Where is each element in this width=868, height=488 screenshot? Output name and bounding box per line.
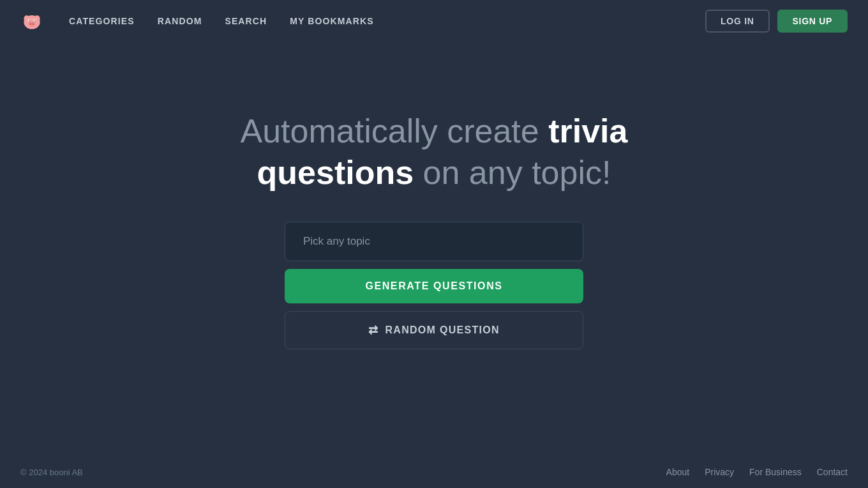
nav-search[interactable]: SEARCH xyxy=(225,16,267,26)
nav-categories[interactable]: CATEGORIES xyxy=(69,16,135,26)
random-label: RANDOM QUESTION xyxy=(385,324,500,336)
footer-contact[interactable]: Contact xyxy=(817,467,848,477)
hero-heading: Automatically create trivia questions on… xyxy=(211,111,657,194)
footer: © 2024 booni AB About Privacy For Busine… xyxy=(0,456,868,488)
svg-point-3 xyxy=(29,21,36,26)
footer-links: About Privacy For Business Contact xyxy=(666,467,848,477)
footer-copyright: © 2024 booni AB xyxy=(20,468,83,477)
nav-random[interactable]: RANDOM xyxy=(158,16,202,26)
generate-button[interactable]: GENERATE QUESTIONS xyxy=(285,269,583,303)
footer-for-business[interactable]: For Business xyxy=(749,467,802,477)
navbar: CATEGORIES RANDOM SEARCH MY BOOKMARKS LO… xyxy=(0,0,868,42)
svg-point-8 xyxy=(29,20,30,21)
pig-icon xyxy=(20,10,43,33)
logo[interactable] xyxy=(20,10,43,33)
hero-form: GENERATE QUESTIONS ⇄ RANDOM QUESTION xyxy=(285,222,583,349)
heading-suffix: on any topic! xyxy=(414,154,611,191)
svg-point-9 xyxy=(34,20,36,21)
footer-privacy[interactable]: Privacy xyxy=(705,467,734,477)
signup-button[interactable]: SIGN UP xyxy=(777,10,848,33)
heading-prefix: Automatically create xyxy=(241,112,549,149)
nav-links: CATEGORIES RANDOM SEARCH MY BOOKMARKS xyxy=(69,16,705,26)
svg-point-4 xyxy=(30,23,31,24)
shuffle-icon: ⇄ xyxy=(368,323,378,337)
svg-point-5 xyxy=(33,23,34,24)
footer-about[interactable]: About xyxy=(666,467,690,477)
login-button[interactable]: LOG IN xyxy=(705,10,769,33)
nav-my-bookmarks[interactable]: MY BOOKMARKS xyxy=(290,16,373,26)
random-question-button[interactable]: ⇄ RANDOM QUESTION xyxy=(285,311,583,349)
main-content: Automatically create trivia questions on… xyxy=(0,42,868,456)
nav-actions: LOG IN SIGN UP xyxy=(705,10,848,33)
topic-input[interactable] xyxy=(285,222,583,261)
